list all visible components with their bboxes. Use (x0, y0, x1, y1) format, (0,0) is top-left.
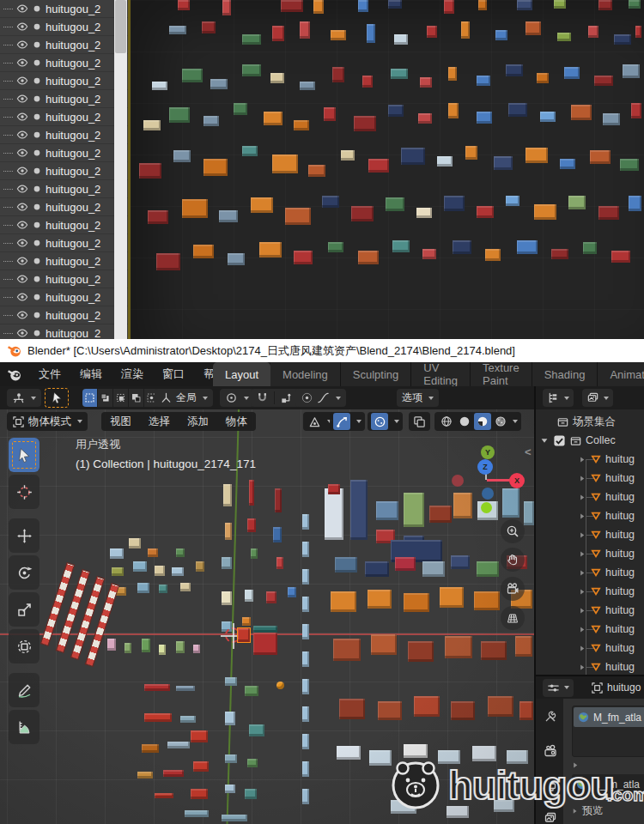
scene-object[interactable] (133, 561, 147, 572)
scene-object[interactable] (281, 0, 303, 12)
scene-object[interactable] (125, 643, 131, 653)
scene-object[interactable] (429, 506, 452, 523)
scene-object[interactable] (331, 591, 356, 612)
scene-object[interactable] (294, 120, 309, 130)
scene-object[interactable] (391, 800, 416, 814)
outliner-row[interactable]: huitugou_2 (0, 288, 130, 306)
scene-object[interactable] (249, 480, 254, 506)
outliner-row[interactable]: huitugou_2 (0, 0, 130, 18)
outliner-row[interactable]: huitugou_2 (0, 144, 130, 162)
render-tab[interactable] (541, 742, 560, 760)
outliner-row[interactable]: huitugou_2 (0, 54, 130, 72)
top-outliner-scrollbar[interactable] (114, 0, 127, 339)
scene-object[interactable] (178, 0, 190, 10)
scene-object[interactable] (448, 103, 459, 118)
scene-object[interactable] (603, 113, 620, 125)
proportional-edit-group[interactable] (295, 389, 346, 407)
scene-object[interactable] (223, 484, 232, 506)
scene-object[interactable] (155, 566, 165, 576)
tab-texture-paint[interactable]: Texture Paint (471, 362, 532, 386)
viewport-menu-item[interactable]: 视图 (103, 415, 138, 429)
scene-object[interactable] (204, 159, 228, 176)
scene-object[interactable] (176, 686, 195, 691)
gizmo-neg-x-ball[interactable] (452, 475, 464, 487)
scene-object[interactable] (155, 793, 173, 798)
scene-object[interactable] (222, 815, 247, 821)
scene-object[interactable] (495, 30, 507, 40)
top-outliner-panel[interactable]: huitugou_2huitugou_2huitugou_2huitugou_2… (0, 0, 130, 339)
scene-object[interactable] (276, 682, 284, 689)
overlays-dropdown[interactable] (368, 412, 403, 431)
scene-object[interactable] (173, 150, 191, 162)
scene-object[interactable] (386, 197, 404, 211)
outliner-row[interactable]: huitugou_2 (0, 18, 130, 36)
material-datablock-field[interactable]: M_fm_atla (572, 774, 644, 794)
scene-object[interactable] (598, 0, 612, 10)
scene-object[interactable] (144, 684, 170, 691)
menu-item[interactable]: 文件 (29, 367, 70, 382)
scene-object[interactable] (368, 159, 389, 173)
outliner-object-row[interactable]: huitug (577, 507, 635, 524)
outliner-row[interactable]: huitugou_2 (0, 306, 130, 324)
outliner-object-row[interactable]: huitug (577, 564, 635, 581)
scene-object[interactable] (253, 633, 277, 655)
scene-object[interactable] (270, 73, 284, 83)
outliner-row[interactable]: huitugou_2 (0, 216, 130, 234)
scene-object[interactable] (367, 24, 375, 43)
select-mode-button[interactable] (129, 389, 143, 407)
scene-object[interactable] (388, 105, 404, 117)
scene-object[interactable] (526, 148, 548, 163)
scene-object[interactable] (242, 617, 251, 626)
cursor-tool[interactable] (9, 475, 39, 509)
scene-object[interactable] (517, 0, 532, 10)
preview-section-header[interactable]: 预览 (570, 803, 603, 818)
viewport-menu-item[interactable]: 添加 (180, 415, 216, 429)
outliner-row[interactable]: huitugou_2 (0, 126, 130, 144)
scene-object[interactable] (204, 116, 219, 126)
move-tool[interactable] (9, 518, 39, 553)
outliner-object-row[interactable]: huitug (577, 488, 635, 506)
tool-tab[interactable] (541, 707, 560, 726)
tab-shading[interactable]: Shading (532, 362, 598, 386)
scene-object[interactable] (219, 210, 238, 222)
scene-object[interactable] (167, 742, 190, 748)
scene-object[interactable] (394, 34, 408, 45)
fence-segment[interactable] (302, 734, 309, 749)
select-mode-button[interactable] (82, 389, 97, 407)
scene-object[interactable] (169, 26, 186, 34)
scene-object[interactable] (193, 645, 200, 653)
scene-object[interactable] (481, 641, 507, 660)
scene-object[interactable] (238, 628, 250, 642)
scene-object[interactable] (324, 107, 336, 121)
scene-object[interactable] (571, 105, 592, 120)
scene-object[interactable] (169, 107, 190, 123)
scene-object[interactable] (437, 156, 453, 167)
scene-collection-row[interactable]: 场景集合 (556, 413, 616, 430)
scene-object[interactable] (137, 772, 153, 779)
display-mode-dropdown[interactable] (582, 389, 613, 407)
mode-dropdown[interactable]: 物体模式 (7, 412, 88, 431)
scene-object[interactable] (210, 79, 228, 89)
scene-object[interactable] (378, 701, 402, 720)
scene-object[interactable] (598, 206, 619, 220)
scene-object[interactable] (180, 716, 196, 723)
fence-segment[interactable] (302, 624, 309, 639)
scene-object[interactable] (588, 26, 598, 38)
viewport-menu-item[interactable]: 物体 (219, 415, 254, 429)
scene-object[interactable] (337, 746, 361, 760)
menu-item[interactable]: 窗口 (153, 367, 194, 382)
scene-object[interactable] (341, 150, 355, 161)
outliner-row[interactable]: huitugou_2 (0, 108, 130, 126)
scene-object[interactable] (422, 249, 436, 259)
properties-editor-dropdown[interactable] (543, 679, 574, 697)
scene-object[interactable] (515, 636, 532, 657)
scene-object[interactable] (444, 196, 465, 211)
shading-solidSphere-button[interactable] (456, 413, 473, 430)
collection-checkbox[interactable] (553, 434, 566, 447)
scene-object[interactable] (451, 555, 470, 569)
scene-object[interactable] (392, 240, 410, 252)
scene-object[interactable] (465, 146, 477, 160)
pivot-point-dropdown[interactable] (220, 389, 254, 407)
scene-object[interactable] (333, 639, 361, 661)
menu-item[interactable]: 编辑 (70, 367, 112, 382)
